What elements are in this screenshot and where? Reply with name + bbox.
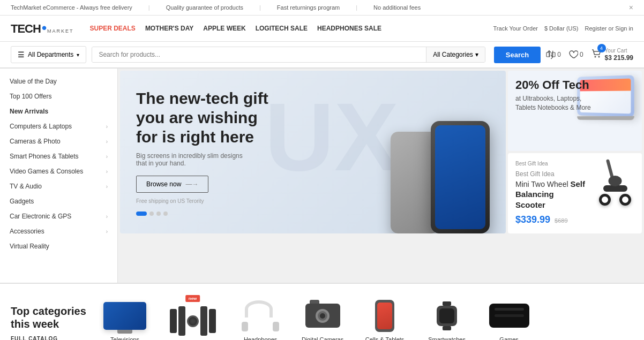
hero-dot-1[interactable]	[136, 211, 147, 216]
sidebar-item-gadgets[interactable]: Gadgets	[0, 194, 117, 209]
promo-card-laptop[interactable]: 20% Off Tech at Ultrabooks, Laptops, Tab…	[508, 71, 642, 151]
sidebar-item-computers[interactable]: Computers & Laptops ›	[0, 119, 117, 134]
cart-total: $3 215.99	[605, 54, 633, 62]
sidebar-item-label: Gadgets	[10, 198, 34, 205]
category-label-smartwatches: Smartwatches	[428, 336, 466, 340]
compare-count: 0	[557, 51, 561, 58]
categories-heading-line2: this week	[11, 318, 59, 330]
category-item-home-theater[interactable]: new Home Theater & Audio	[156, 293, 229, 340]
category-label-cells: Cells & Tablets	[365, 336, 405, 340]
chevron-right-icon: ›	[106, 154, 108, 160]
category-item-cameras[interactable]: Digital Cameras	[291, 293, 354, 340]
compare-icon-group[interactable]: 0	[546, 50, 561, 59]
all-categories-dropdown[interactable]: All Categories ▾	[426, 47, 485, 62]
sidebar-item-videogames[interactable]: Video Games & Consoles ›	[0, 164, 117, 179]
all-departments-label: All Departments	[28, 51, 73, 58]
hero-dot-2[interactable]	[149, 211, 154, 216]
wishlist-icon-group[interactable]: 0	[568, 50, 583, 59]
sidebar-item-car-electronic[interactable]: Car Electronic & GPS ›	[0, 209, 117, 224]
topbar-msg-3: Fast returnings program	[277, 4, 340, 11]
hero-subtitle: Big screens in incredibly slim designs t…	[136, 152, 243, 167]
categories-header: Top categories this week FULL CATALOG	[11, 305, 94, 340]
sidebar-item-label: Car Electronic & GPS	[10, 213, 71, 220]
nav-logitech-sale[interactable]: LOGITECH SALE	[256, 25, 308, 32]
search-input[interactable]	[92, 47, 426, 62]
promo-cards: 20% Off Tech at Ultrabooks, Laptops, Tab…	[508, 71, 642, 233]
nav-apple-week[interactable]: APPLE WEEK	[203, 25, 245, 32]
category-item-headphones[interactable]: Headphones	[229, 293, 291, 340]
svg-point-2	[594, 56, 596, 58]
category-item-games[interactable]: Games	[478, 293, 540, 340]
sidebar-item-smartphones[interactable]: Smart Phones & Tablets ›	[0, 149, 117, 164]
search-button[interactable]: Search	[494, 47, 541, 63]
promo2-title: Best Gift IdeaMini Two Wheel Self Balanc…	[515, 169, 593, 210]
header-icons: 0 0 4 Your Cart $3 215.99	[546, 48, 633, 62]
category-img-tv	[101, 298, 149, 333]
sidebar-item-label: Computers & Laptops	[10, 123, 72, 130]
chevron-right-icon: ›	[106, 229, 108, 235]
chevron-right-icon: ›	[106, 124, 108, 130]
hero-banner[interactable]: UX The new-tech gift you are wishing for…	[120, 71, 506, 233]
track-order-link[interactable]: Track Your Order	[493, 25, 538, 32]
logo: TECH • MARKET	[11, 21, 74, 36]
hero-dot-3[interactable]	[156, 211, 161, 216]
cart-button[interactable]: 4 Your Cart $3 215.99	[591, 48, 633, 62]
hero-dot-4[interactable]	[163, 211, 168, 216]
chevron-down-icon: ▾	[77, 52, 79, 58]
promo-card-scooter[interactable]: Best Gift Idea Best Gift IdeaMini Two Wh…	[508, 153, 642, 233]
nav-super-deals[interactable]: SUPER DEALS	[90, 25, 136, 32]
browse-now-button[interactable]: Browse now —→	[136, 176, 208, 193]
content-area: UX The new-tech gift you are wishing for…	[118, 69, 644, 283]
category-item-smartwatches[interactable]: Smartwatches	[416, 293, 478, 340]
header: TECH • MARKET SUPER DEALS MOTHER'S DAY A…	[0, 16, 644, 42]
currency-selector[interactable]: $ Dollar (US)	[544, 25, 579, 32]
bottom-section: Top categories this week FULL CATALOG Te…	[0, 283, 644, 340]
category-img-headphones	[236, 298, 284, 333]
sidebar-item-accessories[interactable]: Accessories ›	[0, 224, 117, 239]
topbar-msg-2: Quality guarantee of products	[166, 4, 243, 11]
nav-mothers-day[interactable]: MOTHER'S DAY	[145, 25, 193, 32]
categories-grid: Televisions new Home Theater & Audio	[94, 293, 633, 340]
sidebar-item-label: Top 100 Offers	[10, 93, 52, 100]
chevron-right-icon: ›	[106, 184, 108, 190]
category-label-headphones: Headphones	[244, 336, 277, 340]
header-right: Track Your Order $ Dollar (US) Register …	[493, 25, 633, 32]
promo2-price: $339.99	[515, 214, 550, 225]
sidebar-item-tv[interactable]: TV & Audio ›	[0, 179, 117, 194]
arrow-right-icon: —→	[185, 180, 198, 188]
sidebar-item-new-arrivals: New Arrivals	[0, 104, 117, 119]
chevron-down-icon2: ▾	[475, 51, 478, 58]
content-top: UX The new-tech gift you are wishing for…	[120, 71, 642, 233]
sidebar-item-label: Smart Phones & Tablets	[10, 153, 79, 160]
nav-headphones-sale[interactable]: HEADPHONES SALE	[317, 25, 381, 32]
sidebar-item-label: Cameras & Photo	[10, 138, 61, 145]
category-img-camera	[298, 298, 347, 333]
sidebar-item-top100[interactable]: Top 100 Offers	[0, 89, 117, 104]
sidebar-item-label: Accessories	[10, 228, 44, 235]
all-departments-button[interactable]: ☰ All Departments ▾	[11, 46, 86, 63]
top-notification-bar: TechMarket eCommerce - Always free deliv…	[0, 0, 644, 16]
category-label-games: Games	[499, 336, 518, 340]
search-bar-row: ☰ All Departments ▾ All Categories ▾ Sea…	[0, 42, 644, 69]
category-img-speaker	[169, 304, 217, 338]
chevron-right-icon: ›	[106, 169, 108, 175]
category-item-televisions[interactable]: Televisions	[94, 293, 156, 340]
new-badge: new	[185, 295, 200, 302]
sidebar-item-cameras[interactable]: Cameras & Photo ›	[0, 134, 117, 149]
sidebar-item-virtual-reality[interactable]: Virtual Reality	[0, 239, 117, 254]
promo1-discount: 20% Off Tech	[515, 78, 598, 92]
topbar-close-button[interactable]: ×	[629, 3, 633, 12]
category-item-cells[interactable]: Cells & Tablets	[354, 293, 416, 340]
all-categories-label: All Categories	[433, 51, 473, 58]
hamburger-icon: ☰	[18, 50, 25, 59]
category-img-console	[485, 298, 533, 333]
topbar-msg-1: TechMarket eCommerce - Always free deliv…	[11, 4, 132, 11]
topbar-msg-4: No additional fees	[373, 4, 421, 11]
promo1-description: at Ultrabooks, Laptops, Tablets Notebook…	[515, 94, 598, 112]
sidebar-item-value-of-day[interactable]: Value of the Day	[0, 74, 117, 89]
register-signin-link[interactable]: Register or Sign in	[585, 25, 634, 32]
scooter-art	[594, 158, 636, 206]
sidebar-item-label: Value of the Day	[10, 78, 57, 85]
full-catalog-link[interactable]: FULL CATALOG	[11, 336, 94, 340]
categories-heading: Top categories this week	[11, 305, 94, 330]
